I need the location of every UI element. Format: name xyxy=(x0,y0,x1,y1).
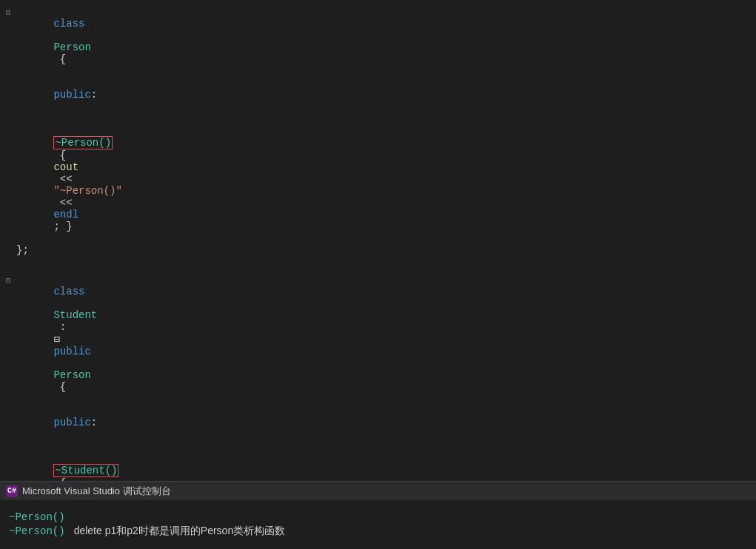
code-line: }; xyxy=(0,244,756,259)
keyword-class: class xyxy=(53,18,84,30)
type-student: Student xyxy=(53,309,97,321)
destructor-student-text: ~Student() xyxy=(55,465,117,476)
line-content: public: xyxy=(13,77,750,112)
code-line: ⊟ class Student : ⊟ public Person { xyxy=(0,274,756,405)
empty-line xyxy=(0,259,756,274)
indent xyxy=(53,124,78,136)
space: { xyxy=(53,149,72,161)
punct: { xyxy=(53,381,66,393)
console-line1: ~Person() xyxy=(9,511,747,523)
line-content: ~Person() { cout << "~Person()" << endl … xyxy=(13,112,750,244)
cout: cout xyxy=(53,161,78,173)
collapse-arrow[interactable]: ⊟ xyxy=(0,276,13,285)
string-person: "~Person()" xyxy=(53,185,121,197)
endl: endl xyxy=(53,209,78,220)
console-description: delete p1和p2时都是调用的Person类析构函数 xyxy=(74,525,286,538)
text: ⊟ xyxy=(53,334,59,346)
punct: : xyxy=(91,89,97,101)
punct: { xyxy=(53,53,66,65)
line-content: class Person { xyxy=(13,6,750,77)
type-person: Person xyxy=(53,41,90,53)
keyword-class2: class xyxy=(53,286,84,297)
keyword-public: public xyxy=(53,89,90,101)
punct: ; } xyxy=(53,220,72,232)
code-line: ~Person() { cout << "~Person()" << endl … xyxy=(0,112,756,244)
space xyxy=(53,30,59,41)
code-editor: ⊟ class Person { public: ~Person() { cou… xyxy=(0,0,756,481)
vs-icon: C# xyxy=(6,485,18,497)
destructor-student-box: ~Student() xyxy=(53,464,118,477)
console-output: ~Person() ~Person() delete p1和p2时都是调用的Pe… xyxy=(0,500,756,549)
destructor-person-box: ~Person() xyxy=(53,136,113,149)
indent xyxy=(53,452,78,464)
line-content: }; xyxy=(13,244,750,256)
keyword-public2: public xyxy=(53,346,90,357)
code-line: ~Student() { cout << "~Student()" << end… xyxy=(0,440,756,481)
keyword-public3: public xyxy=(53,417,90,428)
code-line: public: xyxy=(0,405,756,440)
line-content: public: xyxy=(13,405,750,440)
space: { xyxy=(53,477,72,481)
destructor-person-text: ~Person() xyxy=(55,137,111,149)
code-line: public: xyxy=(0,77,756,112)
console-bar: C# Microsoft Visual Studio 调试控制台 xyxy=(0,481,756,500)
output-person1: ~Person() xyxy=(9,511,65,523)
line-content: class Student : ⊟ public Person { xyxy=(13,274,750,405)
punct: : xyxy=(91,417,97,428)
space xyxy=(53,297,59,309)
console-line2: ~Person() delete p1和p2时都是调用的Person类析构函数 xyxy=(9,525,747,538)
punct: : xyxy=(53,321,72,333)
type-person2: Person xyxy=(53,369,90,381)
collapse-arrow[interactable]: ⊟ xyxy=(0,8,13,17)
code-line: ⊟ class Person { xyxy=(0,6,756,77)
space xyxy=(53,357,59,369)
console-title: Microsoft Visual Studio 调试控制台 xyxy=(22,485,171,498)
line-content: ~Student() { cout << "~Student()" << end… xyxy=(13,440,750,481)
output-person2: ~Person() xyxy=(9,525,65,537)
punct: << xyxy=(53,197,78,209)
punct: }; xyxy=(16,244,29,256)
punct: << xyxy=(53,173,78,185)
